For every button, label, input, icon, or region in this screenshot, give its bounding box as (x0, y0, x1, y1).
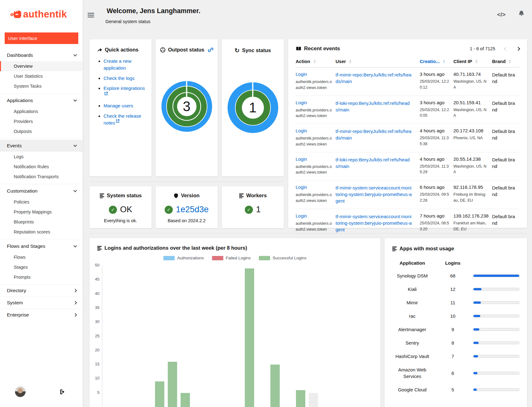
event-action-link[interactable]: Login (296, 156, 307, 162)
sidebar-section-dashboards[interactable]: Dashboards (0, 49, 83, 61)
event-user-link[interactable]: tf-mimir-repo:BeryJu/k8s:ref:refs/heads/… (336, 128, 412, 141)
link-icon (208, 47, 213, 52)
chevron-down-icon (73, 53, 77, 56)
app-usage-row: HashiCorp Vault7 (392, 353, 520, 360)
sidebar-item-applications[interactable]: Applications (0, 106, 83, 116)
chevron-right-icon (73, 301, 77, 304)
sidebar-section-enterprise[interactable]: Enterprise (0, 309, 83, 321)
table-row: Loginauthentik.providers.oauth2.views.to… (296, 96, 520, 124)
legend-item-successful-logins: Successful Logins (259, 256, 307, 260)
sidebar-item-logs[interactable]: Logs (0, 152, 83, 162)
version-link[interactable]: 1e25d3e (176, 205, 209, 214)
menu-toggle-button[interactable] (88, 13, 94, 19)
sidebar-item-overview[interactable]: Overview (0, 61, 83, 71)
app-name: Alertmanager (392, 326, 433, 333)
sidebar-item-policies[interactable]: Policies (0, 197, 83, 207)
event-action-link[interactable]: Login (296, 128, 307, 133)
legend-swatch (259, 256, 270, 260)
sidebar-section-system[interactable]: System (0, 297, 83, 309)
column-header-label: Creatio... (420, 59, 440, 64)
user-interface-button[interactable]: User interface (5, 32, 78, 44)
event-action-link[interactable]: Login (296, 184, 307, 190)
sidebar-item-outposts[interactable]: Outposts (0, 126, 83, 136)
sign-out-icon (59, 389, 65, 395)
event-geo: Frankfurt am Main, DE, EU (453, 220, 486, 232)
sidebar-section-flows-and-stages[interactable]: Flows and Stages (0, 240, 83, 252)
logo-text: authentik (23, 9, 67, 20)
event-user-cell: tf-mimir-repo:BeryJu/k8s:ref:refs/heads/… (336, 71, 420, 91)
y-axis-tick-label: 30 (90, 319, 99, 324)
event-action-cell: Loginauthentik.providers.oauth2.views.to… (296, 213, 336, 233)
event-user-link[interactable]: tf-mimir-system:serviceaccount:monitorin… (336, 213, 412, 233)
column-header-brand[interactable]: Brand (492, 59, 520, 64)
quick-action-item: Manage users (104, 102, 147, 109)
avatar[interactable] (15, 386, 26, 397)
event-action-cell: Loginauthentik.providers.oauth2.views.to… (296, 184, 336, 204)
event-time-absolute: 25/03/2024, 11:35:29 (420, 164, 450, 175)
sidebar-section-applications[interactable]: Applications (0, 95, 83, 106)
event-action-context: authentik.providers.oauth2.views.token (296, 164, 332, 176)
server-stack-icon (97, 246, 102, 251)
column-header-user[interactable]: User (336, 59, 420, 64)
event-user-link[interactable]: tf-loki-repo:BeryJu/k8s:ref:refs/heads/m… (336, 100, 412, 113)
sidebar-item-notification-transports[interactable]: Notification Transports (0, 172, 83, 182)
quick-action-link-check-the-release-notes[interactable]: Check the release notes (104, 113, 141, 126)
sidebar-section-customization[interactable]: Customization (0, 185, 83, 197)
column-header-action[interactable]: Action (296, 59, 336, 64)
nav-group-system: System (0, 297, 83, 309)
usage-progress-fill (473, 275, 519, 277)
pagination-prev-icon[interactable] (504, 47, 508, 51)
sidebar-item-blueprints[interactable]: Blueprints (0, 217, 83, 227)
y-axis-tick-label: 45 (90, 277, 99, 282)
event-user-cell: tf-loki-repo:BeryJu/k8s:ref:refs/heads/m… (336, 100, 420, 119)
success-check-icon: ✓ (109, 206, 117, 214)
legend-item-authorizations: Authorizations (163, 256, 204, 260)
app-usage-row: Sentry8 (392, 340, 520, 346)
column-header-label: Action (296, 59, 310, 64)
pagination-next-icon[interactable] (516, 47, 520, 51)
sidebar-item-property-mappings[interactable]: Property Mappings (0, 207, 83, 217)
sidebar-item-flows[interactable]: Flows (0, 252, 83, 262)
usage-progress-fill (473, 389, 477, 391)
sidebar-footer (0, 381, 83, 407)
sidebar-item-prompts[interactable]: Prompts (0, 272, 83, 282)
sidebar-item-reputation-scores[interactable]: Reputation scores (0, 227, 83, 237)
chevron-down-icon (73, 143, 77, 147)
sign-out-button[interactable] (59, 389, 65, 395)
event-brand-cell: Default brand (492, 128, 520, 147)
column-header-client-ip[interactable]: Client IP (453, 59, 492, 64)
column-header-creatio[interactable]: Creatio...↑ (420, 59, 453, 64)
outpost-link-button[interactable] (208, 47, 213, 52)
quick-action-link-explore-integrations[interactable]: Explore integrations (104, 86, 145, 91)
quick-action-link-manage-users[interactable]: Manage users (104, 103, 133, 108)
apps-usage-header: Application Logins (392, 260, 520, 266)
api-drawer-button[interactable]: </> (497, 11, 505, 18)
event-time-absolute: 25/03/2024, 11:35:38 (420, 135, 450, 147)
sidebar-section-events[interactable]: Events (0, 140, 83, 152)
chart-bar (155, 381, 164, 407)
event-user-link[interactable]: tf-mimir-repo:BeryJu/k8s:ref:refs/heads/… (336, 71, 412, 85)
column-header-label: Brand (492, 59, 505, 64)
y-axis-tick-label: 50 (90, 263, 99, 267)
event-user-link[interactable]: tf-mimir-system:serviceaccount:monitorin… (336, 184, 412, 204)
quick-action-link-check-the-logs[interactable]: Check the logs (104, 76, 134, 81)
event-action-link[interactable]: Login (296, 100, 307, 105)
sidebar-item-providers[interactable]: Providers (0, 116, 83, 126)
sidebar-item-notification-rules[interactable]: Notification Rules (0, 162, 83, 172)
event-action-link[interactable]: Login (296, 71, 307, 77)
sidebar-section-directory[interactable]: Directory (0, 285, 83, 297)
event-action-link[interactable]: Login (296, 213, 307, 218)
pagination-label: 1 - 6 of 7125 (470, 46, 495, 51)
sidebar-item-stages[interactable]: Stages (0, 262, 83, 272)
notifications-button[interactable] (518, 10, 525, 17)
sort-icon (349, 60, 351, 63)
event-user-link[interactable]: tf-loki-repo:BeryJu/k8s:ref:refs/heads/m… (336, 156, 412, 169)
table-row: Loginauthentik.providers.oauth2.views.to… (296, 152, 520, 181)
sidebar-section-label: Flows and Stages (7, 243, 45, 249)
sidebar-item-user-statistics[interactable]: User Statistics (0, 71, 83, 81)
event-action-context: authentik.providers.oauth2.views.token (296, 79, 332, 91)
quick-action-link-create-a-new-application[interactable]: Create a new application (104, 58, 131, 71)
sort-icon (313, 60, 316, 63)
app-login-count: 12 (439, 286, 467, 292)
sidebar-item-system-tasks[interactable]: System Tasks (0, 81, 83, 91)
